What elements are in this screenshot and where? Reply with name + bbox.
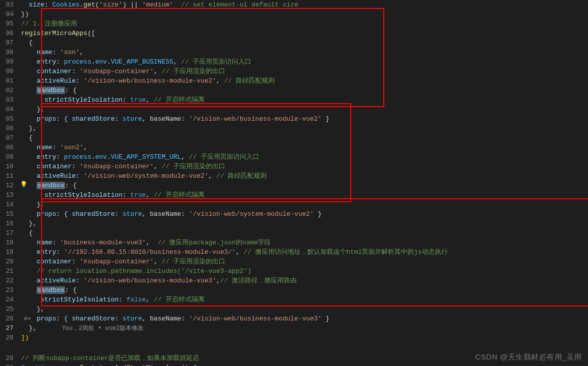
gitlens-annotation[interactable]: You，2周前 • vue2版本修改: [37, 325, 144, 332]
code-line[interactable]: entry: '//192.168.80.15:8010/business-mo…: [21, 247, 588, 257]
line-number: 09: [0, 152, 14, 162]
code-line[interactable]: props: { sharedStore: store, baseName: '…: [21, 314, 588, 323]
code-line[interactable]: container: '#subapp-container', // 子应用渲染…: [21, 162, 588, 171]
line-number: 02: [0, 86, 14, 95]
line-number: 14: [0, 200, 14, 209]
code-line[interactable]: },: [21, 124, 588, 133]
code-line[interactable]: sandbox: {: [21, 181, 588, 190]
line-number: 04: [0, 105, 14, 114]
code-line[interactable]: },: [21, 304, 588, 314]
code-line[interactable]: size: Cookies.get('size') || 'medium' //…: [21, 0, 588, 10]
line-number: 06: [0, 124, 14, 133]
code-line[interactable]: {: [21, 133, 588, 143]
line-number: 27: [0, 323, 14, 333]
line-number: 25: [0, 304, 14, 314]
code-area[interactable]: size: Cookies.get('size') || 'medium' //…: [19, 0, 588, 366]
line-number: 99: [0, 57, 14, 67]
line-number: 01: [0, 76, 14, 86]
code-line[interactable]: strictStyleIsolation: true, // 开启样式隔离: [21, 95, 588, 105]
line-number: 18: [0, 238, 14, 247]
line-number: 17: [0, 228, 14, 238]
code-line[interactable]: container: '#subapp-container', // 子应用渲染…: [21, 257, 588, 266]
line-number: 22: [0, 276, 14, 285]
code-line[interactable]: },: [21, 200, 588, 209]
code-line[interactable]: sandbox: {: [21, 285, 588, 295]
line-number: 08: [0, 143, 14, 152]
line-number: 95: [0, 19, 14, 29]
code-line[interactable]: strictStyleIsolation: false, // 开启样式隔离: [21, 295, 588, 304]
code-line[interactable]: container: '#subapp-container', // 子应用渲染…: [21, 67, 588, 76]
line-number-gutter: 93 94 95 96 97 98 99 00 01 02 03 04 05 0…: [0, 0, 19, 366]
line-number: 10: [0, 162, 14, 171]
code-line[interactable]: },: [21, 105, 588, 114]
code-line[interactable]: // 1. 注册微应用: [21, 19, 588, 29]
code-line[interactable]: entry: process.env.VUE_APP_SYSTEM_URL, /…: [21, 152, 588, 162]
line-number: 98: [0, 48, 14, 57]
line-number: 05: [0, 114, 14, 124]
code-line[interactable]: registerMicroApps([: [21, 29, 588, 38]
code-line[interactable]: {: [21, 38, 588, 48]
line-number: 29: [0, 353, 14, 363]
code-line[interactable]: // return location.pathname.includes('/v…: [21, 266, 588, 276]
code-line[interactable]: }, You，2周前 • vue2版本修改: [21, 323, 588, 333]
line-number: 20: [0, 257, 14, 266]
line-number: 15: [0, 209, 14, 219]
line-number: 28: [0, 333, 14, 342]
line-number: 93: [0, 0, 14, 10]
code-line[interactable]: }): [21, 10, 588, 19]
line-number: 16: [0, 219, 14, 228]
code-line[interactable]: {: [21, 228, 588, 238]
line-number: 07: [0, 133, 14, 143]
code-line[interactable]: activeRule: '/vision-web/business-module…: [21, 276, 588, 285]
code-line[interactable]: strictStyleIsolation: true, // 开启样式隔离: [21, 190, 588, 200]
code-line[interactable]: activeRule: '/vision-web/system-module-v…: [21, 171, 588, 181]
line-number: 03: [0, 95, 14, 105]
code-line[interactable]: },: [21, 219, 588, 228]
code-line[interactable]: // 判断subapp-container是否已加载，如果未加载就延迟: [21, 353, 588, 363]
line-number: 96: [0, 29, 14, 38]
code-line[interactable]: name: 'business-module-vue3', // 微应用pack…: [21, 238, 588, 247]
code-line[interactable]: function ensureContainerAndStartMicroApp…: [21, 363, 588, 366]
line-number: 21: [0, 266, 14, 276]
code-line[interactable]: name: 'son',: [21, 48, 588, 57]
line-number: 19: [0, 247, 14, 257]
line-number: 26: [0, 314, 14, 323]
line-number: 11: [0, 171, 14, 181]
code-line[interactable]: entry: process.env.VUE_APP_BUSINESS, // …: [21, 57, 588, 67]
line-number: 13: [0, 190, 14, 200]
lightbulb-icon[interactable]: 💡: [20, 181, 28, 188]
line-number: 94: [0, 10, 14, 19]
line-number: 97: [0, 38, 14, 48]
code-editor[interactable]: 93 94 95 96 97 98 99 00 01 02 03 04 05 0…: [0, 0, 588, 366]
code-line[interactable]: sandbox: {: [21, 86, 588, 95]
line-number: 00: [0, 67, 14, 76]
line-number: 30: [0, 363, 14, 366]
code-line[interactable]: activeRule: '/vision-web/business-module…: [21, 76, 588, 86]
gear-row: [21, 342, 588, 353]
code-line[interactable]: props: { sharedStore: store, baseName: '…: [21, 209, 588, 219]
gear-icon[interactable]: ⚙▾: [24, 315, 31, 322]
code-line[interactable]: props: { sharedStore: store, baseName: '…: [21, 114, 588, 124]
code-line[interactable]: name: 'son2',: [21, 143, 588, 152]
line-number: 12: [0, 181, 14, 190]
line-number: 23: [0, 285, 14, 295]
line-number: 24: [0, 295, 14, 304]
code-line[interactable]: ]): [21, 333, 588, 342]
